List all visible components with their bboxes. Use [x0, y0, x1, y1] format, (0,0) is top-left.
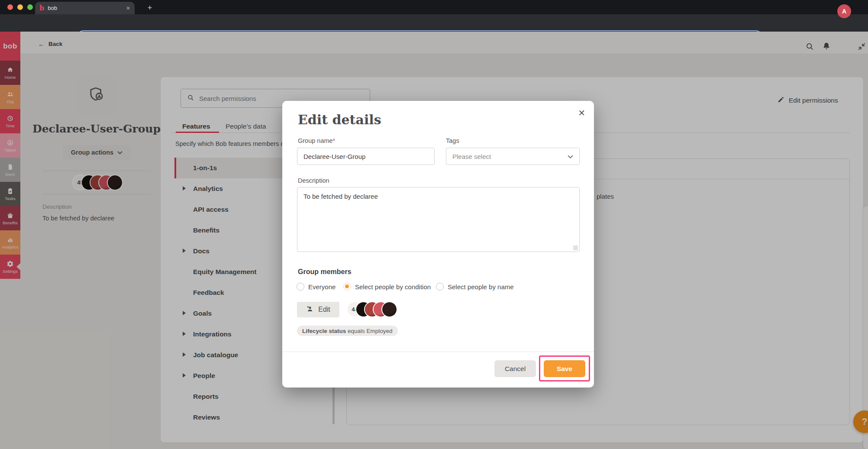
modal-title: Edit details [298, 112, 381, 127]
chevron-down-icon [568, 153, 573, 160]
selected-members-stack[interactable]: 44 [348, 302, 397, 317]
edit-details-modal: ✕ Edit details Group name* Declaree-User… [282, 101, 594, 388]
traffic-light-close[interactable] [7, 4, 13, 10]
user-avatar[interactable]: A [837, 4, 851, 18]
group-name-label: Group name* [298, 137, 335, 144]
tab-title: bob [48, 5, 123, 11]
radio-everyone[interactable]: Everyone [297, 283, 336, 291]
radio-select-people-by-condition[interactable]: Select people by condition [343, 283, 431, 291]
tags-label: Tags [446, 137, 459, 144]
radio-label: Select people by condition [355, 283, 431, 291]
condition-field: Lifecycle status [302, 328, 346, 334]
description-textarea[interactable]: To be fetched by declaree [297, 187, 580, 252]
annotation-highlight [539, 355, 590, 381]
browser-tab-bar: b bob ✕ + [0, 0, 868, 14]
radio-select-people-by-name[interactable]: Select people by name [436, 283, 514, 291]
description-label: Description [298, 177, 329, 184]
member-avatar [382, 302, 397, 317]
cancel-button[interactable]: Cancel [494, 360, 536, 377]
tags-placeholder: Please select [452, 153, 491, 160]
radio-dot[interactable] [297, 283, 304, 291]
condition-chip: Lifecycle status equals Employed [297, 326, 398, 336]
tags-select[interactable]: Please select [446, 148, 580, 165]
browser-toolbar: ← → ↻ ⌂ app.hibob.com/settings/permissio… [0, 14, 868, 32]
traffic-light-zoom[interactable] [27, 4, 33, 10]
browser-tab[interactable]: b bob ✕ [35, 2, 135, 14]
traffic-light-minimize[interactable] [17, 4, 23, 10]
edit-members-label: Edit [318, 306, 330, 313]
person-add-icon [306, 305, 314, 315]
close-icon[interactable]: ✕ [578, 108, 585, 118]
edit-members-button[interactable]: Edit [297, 302, 339, 317]
condition-rest: equals Employed [346, 328, 392, 334]
screen: b bob ✕ + ← → ↻ ⌂ app.hibob.com/settings… [0, 0, 868, 449]
description-value: To be fetched by declaree [303, 193, 378, 200]
bob-favicon: b [39, 4, 44, 12]
group-name-input[interactable]: Declaree-User-Group [297, 148, 435, 165]
group-name-value: Declaree-User-Group [303, 153, 365, 160]
radio-label: Select people by name [448, 283, 514, 291]
new-tab-button[interactable]: + [145, 3, 155, 13]
radio-dot[interactable] [343, 283, 351, 291]
footer-divider [282, 352, 594, 352]
group-members-label: Group members [298, 268, 352, 276]
radio-dot[interactable] [436, 283, 444, 291]
resize-grip[interactable] [573, 245, 578, 250]
tab-close-icon[interactable]: ✕ [126, 5, 130, 11]
required-mark: * [333, 137, 336, 144]
radio-label: Everyone [308, 283, 336, 291]
